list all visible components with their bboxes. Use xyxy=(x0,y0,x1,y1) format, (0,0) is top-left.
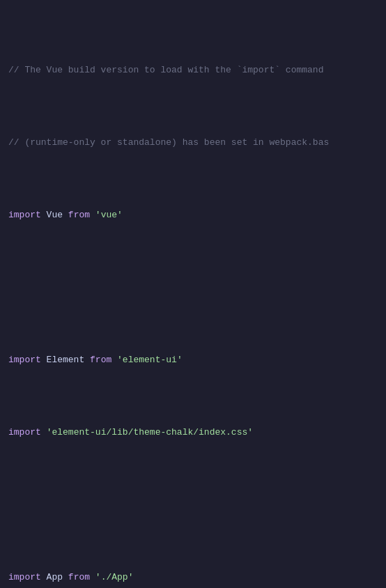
line-4 xyxy=(0,281,386,295)
line-2: // (runtime-only or standalone) has been… xyxy=(0,136,386,150)
line-6: import 'element-ui/lib/theme-chalk/index… xyxy=(0,426,386,440)
line-3: import Vue from 'vue' xyxy=(0,208,386,223)
line-5: import Element from 'element-ui' xyxy=(0,353,386,368)
code-editor: // The Vue build version to load with th… xyxy=(0,0,386,588)
line-7 xyxy=(0,498,386,513)
line-8: import App from './App' xyxy=(0,571,386,585)
line-1: // The Vue build version to load with th… xyxy=(0,63,386,78)
